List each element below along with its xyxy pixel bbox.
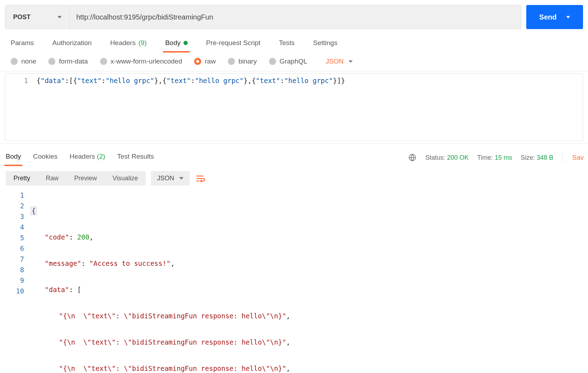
response-subtabs: Pretty Raw Preview Visualize JSON (0, 167, 588, 188)
response-language-select[interactable]: JSON (151, 171, 190, 186)
code-token: "hello grpc" (195, 77, 243, 84)
wrap-lines-icon[interactable] (196, 174, 205, 183)
line-number: 9 (5, 275, 24, 286)
response-tab-headers-count: (2) (97, 153, 105, 160)
radio-icon (100, 58, 107, 65)
view-preview[interactable]: Preview (66, 171, 105, 186)
body-type-none-label: none (21, 57, 36, 65)
http-method-select[interactable]: POST (5, 5, 70, 29)
code-token: "{\n \"text\": \"bidiStreamingFun respon… (59, 338, 286, 346)
code-token: "Access to success!" (89, 259, 171, 267)
line-number: 6 (5, 243, 24, 254)
code-token: "{\n \"text\": \"bidiStreamingFun respon… (59, 364, 286, 372)
code-token: "text" (77, 77, 101, 84)
method-url-container: POST http://localhost:9195/grpc/bidiStre… (5, 5, 521, 29)
response-meta: Status: 200 OK Time: 15 ms Size: 348 B (425, 154, 554, 161)
chevron-down-icon (348, 60, 353, 63)
size-group[interactable]: Size: 348 B (521, 154, 553, 161)
code-token: "hello grpc" (284, 77, 333, 84)
line-number: 4 (5, 222, 24, 232)
code-token: "data" (45, 286, 69, 294)
code-token: }]} (333, 77, 345, 84)
code-token: : (101, 77, 105, 84)
code-token: :[{ (65, 77, 77, 84)
body-type-raw-label: raw (205, 57, 216, 65)
radio-selected-icon (194, 58, 201, 65)
http-method-value: POST (13, 13, 31, 21)
tab-headers-count: (9) (138, 39, 147, 47)
response-tab-test-results-label: Test Results (117, 153, 154, 160)
code-token: { (31, 207, 37, 215)
body-type-graphql[interactable]: GraphQL (269, 57, 307, 65)
code-token: },{ (244, 77, 256, 84)
tab-headers-label: Headers (110, 39, 136, 47)
radio-icon (269, 58, 276, 65)
response-tab-body[interactable]: Body (4, 150, 22, 165)
chevron-down-icon[interactable] (566, 16, 570, 18)
body-type-binary[interactable]: binary (228, 57, 257, 65)
body-type-raw[interactable]: raw (194, 57, 216, 65)
body-type-urlencoded-label: x-www-form-urlencoded (111, 57, 182, 65)
response-view-group: Pretty Raw Preview Visualize (6, 171, 146, 186)
view-pretty[interactable]: Pretty (6, 171, 38, 186)
tab-body[interactable]: Body (163, 36, 189, 52)
time-group[interactable]: Time: 15 ms (477, 154, 512, 161)
body-language-select[interactable]: JSON (326, 57, 353, 65)
globe-icon[interactable] (408, 154, 416, 161)
line-number: 7 (5, 254, 24, 264)
response-tab-body-label: Body (6, 153, 21, 160)
tab-body-label: Body (165, 39, 180, 47)
code-token: , (89, 233, 93, 241)
code-token: : (69, 233, 77, 241)
response-code[interactable]: { "code": 200, "message": "Access to suc… (31, 188, 588, 373)
body-type-urlencoded[interactable]: x-www-form-urlencoded (100, 57, 182, 65)
tab-tests[interactable]: Tests (277, 36, 297, 52)
body-type-binary-label: binary (238, 57, 257, 65)
tab-prerequest[interactable]: Pre-request Script (204, 36, 263, 52)
response-tab-test-results[interactable]: Test Results (116, 150, 155, 165)
request-url-input[interactable]: http://localhost:9195/grpc/bidiStreaming… (70, 5, 521, 29)
save-response-button[interactable]: Sav (572, 154, 584, 161)
response-tab-headers[interactable]: Headers (2) (68, 150, 106, 165)
time-value: 15 ms (495, 154, 512, 161)
size-label: Size: (521, 154, 535, 161)
dot-indicator-icon (183, 41, 188, 45)
code-token: },{ (154, 77, 166, 84)
line-number: 10 (5, 286, 24, 296)
response-gutter: 1 2 3 4 5 6 7 8 9 10 (5, 188, 31, 373)
response-tab-headers-label: Headers (70, 153, 95, 160)
tab-params-label: Params (11, 39, 34, 47)
response-body-editor[interactable]: 1 2 3 4 5 6 7 8 9 10 { "code": 200, "mes… (0, 188, 588, 373)
body-type-form-data[interactable]: form-data (48, 57, 88, 65)
body-type-none[interactable]: none (11, 57, 36, 65)
response-header: Body Cookies Headers (2) Test Results St… (0, 143, 588, 167)
line-number: 1 (24, 77, 28, 84)
body-type-graphql-label: GraphQL (280, 57, 307, 65)
view-raw[interactable]: Raw (38, 171, 66, 186)
code-token: : (191, 77, 195, 84)
size-value: 348 B (537, 154, 553, 161)
tab-settings[interactable]: Settings (311, 36, 340, 52)
editor-code[interactable]: {"data":[{"text":"hello grpc"},{"text":"… (34, 74, 583, 141)
time-label: Time: (477, 154, 493, 161)
status-value: 200 OK (447, 154, 469, 161)
request-row: POST http://localhost:9195/grpc/bidiStre… (0, 0, 588, 34)
tab-tests-label: Tests (279, 39, 295, 47)
tab-authorization[interactable]: Authorization (50, 36, 94, 52)
request-tabs: Params Authorization Headers (9) Body Pr… (0, 34, 588, 52)
view-visualize[interactable]: Visualize (105, 171, 146, 186)
tab-auth-label: Authorization (52, 39, 92, 47)
code-token: "{\n \"text\": \"bidiStreamingFun respon… (59, 312, 286, 320)
line-number: 3 (5, 211, 24, 222)
response-language-value: JSON (157, 175, 174, 182)
response-tab-cookies[interactable]: Cookies (32, 150, 59, 165)
request-body-editor[interactable]: 1 {"data":[{"text":"hello grpc"},{"text"… (5, 73, 583, 141)
code-token: 200 (77, 233, 89, 241)
status-group[interactable]: Status: 200 OK (425, 154, 469, 161)
tab-headers[interactable]: Headers (9) (108, 36, 149, 52)
radio-icon (11, 58, 18, 65)
tab-params[interactable]: Params (9, 36, 36, 52)
send-button[interactable]: Send (526, 5, 583, 29)
code-token: "code" (45, 233, 69, 241)
code-token: : (81, 259, 89, 267)
